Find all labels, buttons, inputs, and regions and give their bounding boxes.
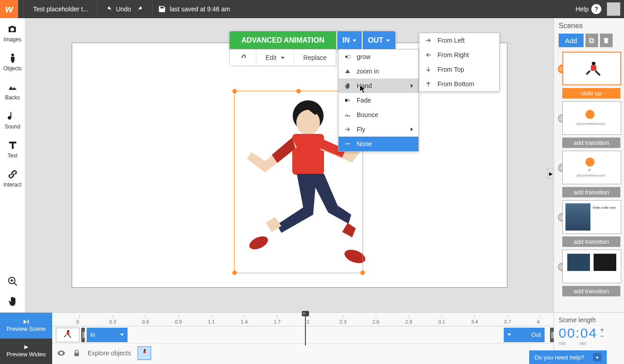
svg-rect-12	[590, 38, 593, 42]
floating-toolbar: ADVANCED ANIMATION IN OUT	[229, 31, 396, 50]
help-label: Help	[575, 5, 589, 13]
clip-handle-left[interactable]	[81, 328, 85, 342]
svg-point-16	[67, 330, 69, 332]
menu-item-zoom-in[interactable]: zoom in	[339, 64, 418, 79]
add-scene-button[interactable]: Add	[559, 34, 584, 47]
hand-submenu: From Left From Right From Top From Botto…	[419, 33, 500, 92]
svg-point-14	[592, 62, 595, 65]
submenu-from-left[interactable]: From Left	[419, 33, 499, 48]
svg-rect-18	[74, 353, 79, 356]
zoom-in-icon[interactable]	[7, 276, 18, 287]
expand-scenes-tab[interactable]: ▸	[547, 168, 554, 179]
help-expand-icon: +	[593, 353, 601, 361]
menu-item-grow[interactable]: grow	[339, 49, 418, 64]
playhead[interactable]	[305, 313, 306, 345]
floating-toolbar-row2: Edit Replace	[229, 49, 336, 66]
scene-1[interactable]: 01	[558, 52, 620, 85]
help-button[interactable]: Help ?	[575, 4, 607, 14]
submenu-from-bottom[interactable]: From Bottom	[419, 77, 499, 91]
scene-5[interactable]: 05	[558, 250, 620, 283]
menu-item-bounce[interactable]: Bounce	[339, 108, 418, 122]
svg-rect-13	[590, 39, 594, 43]
redo-button[interactable]	[134, 6, 147, 12]
tool-images[interactable]: Images	[4, 24, 21, 43]
link-button[interactable]	[230, 49, 256, 66]
in-dropdown-button[interactable]: IN	[337, 31, 362, 49]
lock-icon[interactable]	[72, 349, 81, 358]
svg-point-0	[11, 54, 14, 56]
explore-objects-label: Explore objects	[88, 349, 131, 357]
transition-3[interactable]: add transition	[562, 187, 620, 197]
left-toolbar: Images Objects Backs Sound Text Interact	[0, 18, 25, 312]
svg-rect-15	[591, 65, 596, 71]
tool-sound[interactable]: Sound	[5, 111, 20, 130]
delete-scene-button[interactable]	[600, 34, 613, 47]
svg-point-19	[144, 349, 146, 351]
time-decrease[interactable]: −	[600, 333, 605, 339]
svg-point-10	[347, 99, 350, 102]
transition-2[interactable]: add transition	[562, 138, 620, 148]
text-icon	[7, 140, 18, 151]
transition-1[interactable]: slide up	[562, 88, 620, 98]
tool-objects[interactable]: Objects	[3, 53, 22, 72]
landscape-icon	[7, 82, 18, 93]
scenes-title: Scenes	[554, 22, 624, 34]
submenu-from-top[interactable]: From Top	[419, 62, 499, 77]
visibility-icon[interactable]	[57, 349, 66, 358]
tool-backs[interactable]: Backs	[5, 82, 20, 101]
preview-scene-button[interactable]: Preview Scene	[0, 313, 52, 339]
svg-rect-11	[345, 143, 350, 144]
link-icon	[7, 169, 18, 180]
clip-handle-right[interactable]	[550, 328, 554, 342]
scene-length-title: Scene length	[559, 316, 619, 324]
menu-item-hand[interactable]: Hand	[339, 79, 418, 93]
hand-pan-icon[interactable]	[7, 296, 18, 307]
transition-5[interactable]: add transition	[562, 286, 620, 296]
svg-rect-17	[67, 332, 69, 335]
object-chip[interactable]	[138, 346, 151, 360]
tool-text[interactable]: Text	[7, 140, 18, 159]
undo-button[interactable]: Undo	[103, 5, 133, 13]
last-saved-label: last saved at 9:46 am	[170, 5, 230, 13]
svg-rect-20	[143, 351, 146, 353]
in-animation-block[interactable]: In	[87, 328, 128, 342]
scenes-panel: Scenes Add 01 slide up 02 @yourtwitterac…	[554, 18, 624, 312]
advanced-animation-button[interactable]: ADVANCED ANIMATION	[230, 31, 336, 49]
undo-label: Undo	[116, 5, 131, 13]
redo-icon	[137, 6, 144, 12]
edit-button[interactable]: Edit	[256, 49, 294, 66]
top-bar: w Test placeholder t... Undo last saved …	[0, 0, 624, 18]
scene-3[interactable]: 03 ✔@yourtwitteraccount	[558, 151, 620, 184]
avatar[interactable]	[607, 2, 620, 16]
project-name[interactable]: Test placeholder t...	[29, 5, 92, 13]
person-icon	[7, 53, 18, 64]
timeline-track[interactable]: In Out	[52, 326, 554, 344]
scene-4[interactable]: 04 Write a title here	[558, 200, 620, 234]
out-dropdown-button[interactable]: OUT	[363, 31, 395, 49]
menu-item-fade[interactable]: Fade	[339, 93, 418, 108]
duplicate-scene-button[interactable]	[585, 34, 598, 47]
handle-tl[interactable]	[232, 89, 237, 93]
link-icon	[239, 54, 247, 62]
submenu-from-right[interactable]: From Right	[419, 48, 499, 62]
replace-button[interactable]: Replace	[294, 49, 335, 66]
music-note-icon	[7, 111, 18, 122]
handle-bl[interactable]	[232, 271, 237, 275]
undo-icon	[106, 6, 113, 12]
timeline[interactable]: 00.30.60.91.11.41.722.32.62.93.13.43.74 …	[52, 313, 554, 364]
preview-wideo-button[interactable]: Preview Wideo	[0, 339, 52, 364]
transition-4[interactable]: add transition	[562, 236, 620, 247]
tool-interact[interactable]: Interact	[3, 169, 21, 188]
menu-item-none[interactable]: None	[339, 137, 418, 151]
help-icon: ?	[591, 4, 601, 14]
menu-item-fly[interactable]: Fly	[339, 122, 418, 137]
help-popup[interactable]: Do you need help? +	[529, 350, 607, 364]
scene-2[interactable]: 02 @yourtwitteraccount	[558, 101, 620, 135]
object-clip[interactable]	[56, 328, 79, 342]
camera-icon	[7, 24, 18, 34]
handle-tc[interactable]	[296, 89, 301, 93]
out-animation-block[interactable]: Out	[504, 328, 545, 342]
handle-br[interactable]	[360, 271, 365, 275]
save-icon[interactable]	[158, 5, 166, 13]
logo-icon[interactable]: w	[0, 0, 18, 18]
